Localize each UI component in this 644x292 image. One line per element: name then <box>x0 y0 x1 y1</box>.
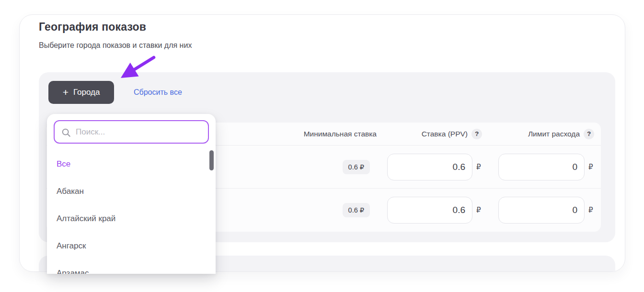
limit-cell: ₽ <box>482 154 594 180</box>
limit-input[interactable] <box>498 154 585 180</box>
city-option[interactable]: Арзамас <box>47 259 216 274</box>
currency-label: ₽ <box>476 163 482 171</box>
add-cities-button-label: Города <box>73 88 100 97</box>
cities-dropdown: Все Абакан Алтайский край Ангарск Арзама… <box>47 114 216 274</box>
min-bid-badge: 0.6 ₽ <box>343 160 370 174</box>
header-bid: Ставка (PPV) ? <box>377 129 482 139</box>
city-list: Все Абакан Алтайский край Ангарск Арзама… <box>47 150 216 274</box>
section-subtitle: Выберите города показов и ставки для них <box>39 41 192 50</box>
currency-label: ₽ <box>588 206 594 214</box>
bid-input[interactable] <box>387 154 472 180</box>
city-search-input[interactable] <box>55 121 208 143</box>
header-bid-label: Ставка (PPV) <box>422 130 468 138</box>
currency-label: ₽ <box>476 206 482 214</box>
section-title: География показов <box>39 21 146 34</box>
header-min-bid: Минимальная ставка <box>295 130 377 138</box>
header-min-bid-label: Минимальная ставка <box>304 130 377 138</box>
city-option[interactable]: Ангарск <box>47 232 216 259</box>
plus-icon: + <box>63 87 69 97</box>
header-limit-label: Лимит расхода <box>528 130 580 138</box>
currency-label: ₽ <box>588 163 594 171</box>
reset-all-link[interactable]: Сбросить все <box>134 88 182 97</box>
min-bid-badge: 0.6 ₽ <box>343 203 370 217</box>
limit-cell: ₽ <box>482 197 594 224</box>
city-option[interactable]: Абакан <box>47 178 216 205</box>
city-option-all[interactable]: Все <box>47 150 216 178</box>
city-option[interactable]: Алтайский край <box>47 205 216 232</box>
page: География показов Выберите города показо… <box>0 0 644 292</box>
bid-input[interactable] <box>387 197 472 224</box>
bid-cell: ₽ <box>377 154 482 180</box>
bid-help-icon[interactable]: ? <box>472 129 482 139</box>
bid-cell: ₽ <box>377 197 482 224</box>
add-cities-button[interactable]: + Города <box>48 81 114 104</box>
limit-help-icon[interactable]: ? <box>584 129 594 139</box>
search-icon <box>61 127 71 138</box>
header-limit: Лимит расхода ? <box>482 129 594 139</box>
limit-input[interactable] <box>498 197 585 224</box>
city-search-box <box>54 120 209 144</box>
scrollbar-thumb[interactable] <box>209 150 214 170</box>
